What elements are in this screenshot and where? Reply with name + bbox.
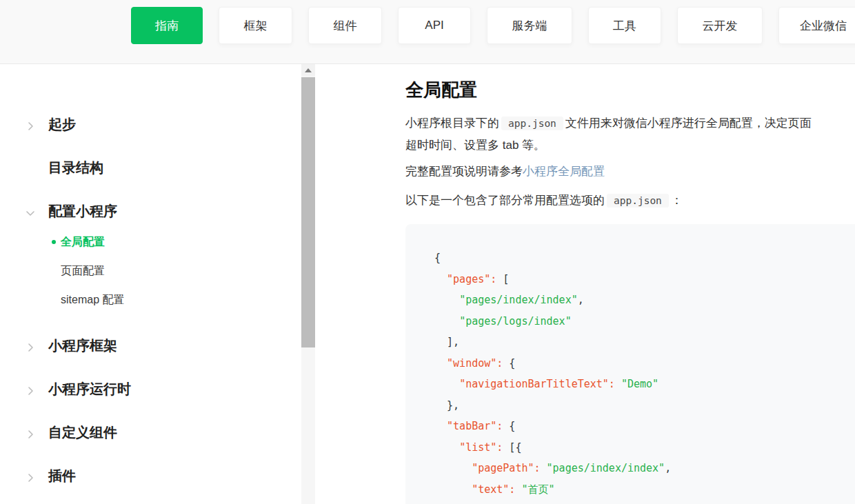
chevron-right-icon (25, 340, 36, 351)
chevron-right-icon (25, 119, 36, 130)
main-content: 全局配置 小程序根目录下的app.json文件用来对微信小程序进行全局配置，决定… (315, 64, 855, 504)
chevron-right-icon (25, 383, 36, 394)
reference-text: 完整配置项说明请参考 (405, 165, 523, 178)
scrollbar-thumb[interactable] (301, 77, 315, 347)
intro-text-after: 文件用来对微信小程序进行全局配置，决定页面 (565, 117, 812, 130)
page-title: 全局配置 (405, 78, 855, 101)
chevron-right-icon (25, 427, 36, 438)
chevron-down-icon (25, 205, 36, 216)
chevron-right-icon (25, 470, 36, 481)
global-config-link[interactable]: 小程序全局配置 (523, 165, 605, 178)
code-block[interactable]: { "pages": [ "pages/index/index", "pages… (405, 224, 855, 504)
sidebar-scrollbar[interactable] (301, 64, 315, 504)
intro-text-line2: 超时时间、设置多 tab 等。 (405, 134, 855, 157)
sidebar-item-runtime[interactable]: 小程序运行时 (0, 381, 315, 397)
nav-tab-api[interactable]: API (398, 7, 471, 44)
intro-text-before: 小程序根目录下的 (405, 117, 499, 130)
intro-paragraph: 小程序根目录下的app.json文件用来对微信小程序进行全局配置，决定页面 超时… (405, 112, 855, 157)
sidebar-item-label: 插件 (48, 468, 76, 483)
sidebar-item-label: 配置小程序 (48, 203, 117, 219)
nav-tab-guide[interactable]: 指南 (131, 7, 203, 44)
triangle-up-icon (305, 68, 312, 72)
sidebar-subitem-sitemap-config[interactable]: sitemap 配置 (0, 292, 315, 308)
sidebar-item-label: 起步 (48, 117, 76, 132)
example-text-before: 以下是一个包含了部分常用配置选项的 (405, 194, 605, 207)
sidebar-subitem-label: 全局配置 (61, 236, 105, 248)
sidebar-item-custom-components[interactable]: 自定义组件 (0, 424, 315, 441)
nav-tab-cloud[interactable]: 云开发 (677, 7, 763, 44)
sidebar-item-label: 小程序框架 (48, 338, 117, 353)
example-intro-paragraph: 以下是一个包含了部分常用配置选项的app.json： (405, 190, 855, 212)
active-bullet-icon (52, 240, 56, 244)
nav-tab-server[interactable]: 服务端 (487, 7, 572, 44)
nav-tab-wecom[interactable]: 企业微信 (778, 7, 855, 44)
sidebar-item-directory-structure[interactable]: 目录结构 (0, 159, 315, 176)
sidebar-item-configuration[interactable]: 配置小程序 (0, 203, 315, 219)
sidebar-subitem-global-config[interactable]: 全局配置 (0, 234, 315, 250)
reference-paragraph: 完整配置项说明请参考小程序全局配置 (405, 161, 855, 183)
sidebar-sublist-configuration: 全局配置 页面配置 sitemap 配置 (0, 234, 315, 308)
top-nav-bar: 指南 框架 组件 API 服务端 工具 云开发 企业微信 (0, 0, 855, 64)
scrollbar-up-button[interactable] (301, 64, 315, 76)
inline-code-appjson: app.json (501, 117, 563, 130)
nav-tab-tools[interactable]: 工具 (588, 7, 661, 44)
nav-tab-framework[interactable]: 框架 (219, 7, 292, 44)
sidebar-item-plugins[interactable]: 插件 (0, 467, 315, 484)
sidebar-item-framework[interactable]: 小程序框架 (0, 337, 315, 354)
sidebar-subitem-page-config[interactable]: 页面配置 (0, 263, 315, 279)
inline-code-appjson: app.json (607, 194, 669, 208)
nav-tab-components[interactable]: 组件 (308, 7, 382, 44)
sidebar-item-label: 小程序运行时 (48, 381, 131, 396)
sidebar-item-getting-started[interactable]: 起步 (0, 116, 315, 132)
example-text-after: ： (671, 194, 683, 207)
sidebar-item-label: 自定义组件 (48, 425, 117, 440)
sidebar-subitem-label: sitemap 配置 (61, 294, 124, 305)
sidebar-item-label: 目录结构 (48, 160, 103, 175)
sidebar-subitem-label: 页面配置 (61, 265, 105, 276)
sidebar-nav: 起步 目录结构 配置小程序 全局配置 页面配置 sit (0, 64, 315, 484)
sidebar: 起步 目录结构 配置小程序 全局配置 页面配置 sit (0, 64, 315, 504)
content-area: 起步 目录结构 配置小程序 全局配置 页面配置 sit (0, 64, 855, 504)
nav-tabs: 指南 框架 组件 API 服务端 工具 云开发 企业微信 (0, 0, 855, 44)
